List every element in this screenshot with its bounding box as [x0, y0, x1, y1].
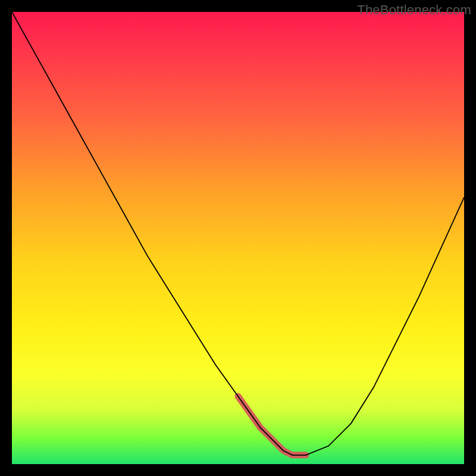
chart-frame: TheBottleneck.com: [0, 0, 476, 476]
plot-area: [12, 12, 464, 464]
curve-svg: [12, 12, 464, 464]
watermark-text: TheBottleneck.com: [357, 2, 471, 18]
bottleneck-curve: [12, 12, 464, 455]
valley-highlight: [238, 396, 306, 455]
